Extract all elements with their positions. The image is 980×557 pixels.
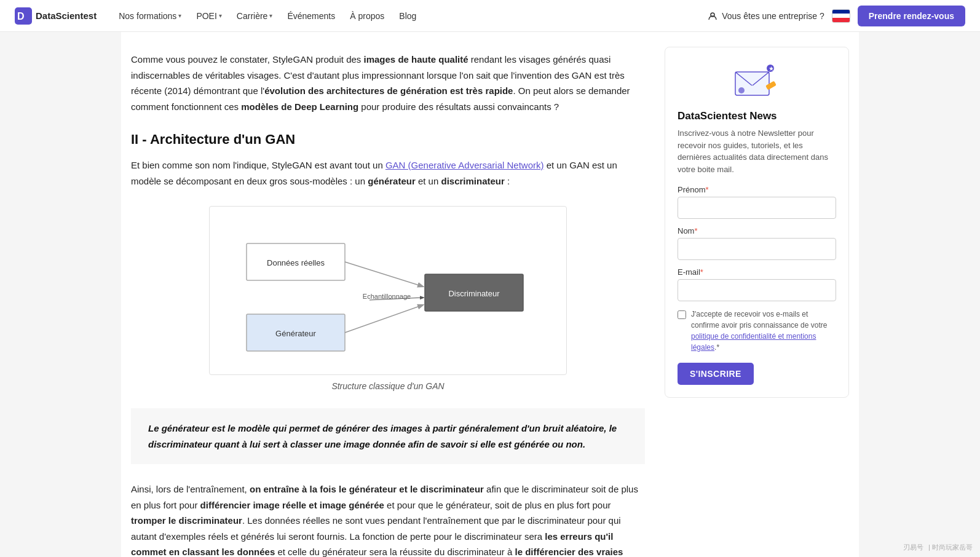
nav-right: Vous êtes une entreprise ? Prendre rende… (707, 6, 965, 26)
language-flag[interactable] (832, 9, 850, 23)
prenom-field: Prénom* (678, 185, 836, 219)
newsletter-title: DataScientest News (678, 110, 836, 122)
nom-field: Nom* (678, 226, 836, 260)
svg-text:★: ★ (769, 65, 774, 72)
email-field: E-mail* (678, 267, 836, 301)
prenom-input[interactable] (678, 197, 836, 219)
diagram-caption: Structure classique d'un GAN (331, 381, 444, 391)
checkbox-label: J'accepte de recevoir vos e-mails et con… (691, 309, 836, 353)
submit-button[interactable]: S'INSCRIRE (678, 363, 754, 385)
gan-diagram: Données réelles Générateur Discriminateu… (234, 219, 542, 360)
cta-button[interactable]: Prendre rendez-vous (858, 6, 965, 26)
newsletter-icon: ★ (732, 60, 781, 103)
nom-label: Nom* (678, 226, 836, 235)
svg-point-18 (738, 87, 745, 93)
newsletter-icon-area: ★ (678, 60, 836, 103)
bottom-paragraph: Ainsi, lors de l'entraînement, on entraî… (131, 481, 645, 557)
section-title: II - Architecture d'un GAN (131, 132, 645, 148)
newsletter-desc: Inscrivez-vous à notre Newsletter pour r… (678, 127, 836, 175)
nav-item-apropos[interactable]: À propos (344, 7, 390, 25)
section-intro: Et bien comme son nom l'indique, StyleGA… (131, 157, 645, 189)
nav-item-evenements[interactable]: Événements (281, 7, 341, 25)
page-wrapper: Comme vous pouvez le constater, StyleGAN… (121, 32, 859, 557)
svg-text:Echantillonnage: Echantillonnage (363, 293, 411, 300)
svg-line-10 (345, 305, 423, 333)
logo-text: DataScientest (36, 10, 97, 21)
nom-input[interactable] (678, 238, 836, 260)
sidebar: ★ DataScientest News Inscrivez-vous à no… (665, 47, 849, 557)
watermark: 刃易号 | 时尚玩家岳哥 (903, 543, 973, 552)
navigation: D DataScientest Nos formations ▾ POEI ▾ … (0, 0, 980, 32)
svg-text:Données réelles: Données réelles (267, 258, 325, 267)
nav-item-blog[interactable]: Blog (393, 7, 422, 25)
svg-text:D: D (17, 11, 25, 22)
email-input[interactable] (678, 279, 836, 301)
callout-quote: Le générateur est le modèle qui permet d… (131, 408, 645, 464)
chevron-down-icon: ▾ (219, 12, 222, 19)
diagram-container: Données réelles Générateur Discriminateu… (131, 206, 645, 391)
enterprise-link[interactable]: Vous êtes une entreprise ? (707, 10, 824, 22)
nav-item-poei[interactable]: POEI ▾ (190, 7, 227, 25)
svg-line-9 (345, 262, 423, 286)
chevron-down-icon: ▾ (269, 12, 272, 19)
nav-item-carriere[interactable]: Carrière ▾ (231, 7, 279, 25)
gan-link[interactable]: GAN (Generative Adversarial Network) (385, 160, 544, 170)
svg-text:Générateur: Générateur (275, 329, 316, 338)
prenom-label: Prénom* (678, 185, 836, 194)
svg-text:Discriminateur: Discriminateur (448, 289, 500, 298)
main-content: Comme vous pouvez le constater, StyleGAN… (131, 47, 645, 557)
checkbox-row: J'accepte de recevoir vos e-mails et con… (678, 309, 836, 353)
logo-icon: D (15, 7, 32, 25)
consent-checkbox[interactable] (678, 310, 686, 319)
nav-item-formations[interactable]: Nos formations ▾ (113, 7, 188, 25)
nav-links: Nos formations ▾ POEI ▾ Carrière ▾ Événe… (113, 7, 702, 25)
newsletter-box: ★ DataScientest News Inscrivez-vous à no… (665, 47, 849, 398)
privacy-link[interactable]: politique de confidentialité et mentions… (691, 332, 816, 352)
chevron-down-icon: ▾ (178, 12, 181, 19)
intro-paragraph: Comme vous pouvez le constater, StyleGAN… (131, 52, 645, 114)
enterprise-icon (707, 10, 718, 22)
logo-link[interactable]: D DataScientest (15, 7, 97, 25)
diagram-svg: Données réelles Générateur Discriminateu… (209, 206, 567, 375)
email-label: E-mail* (678, 267, 836, 277)
